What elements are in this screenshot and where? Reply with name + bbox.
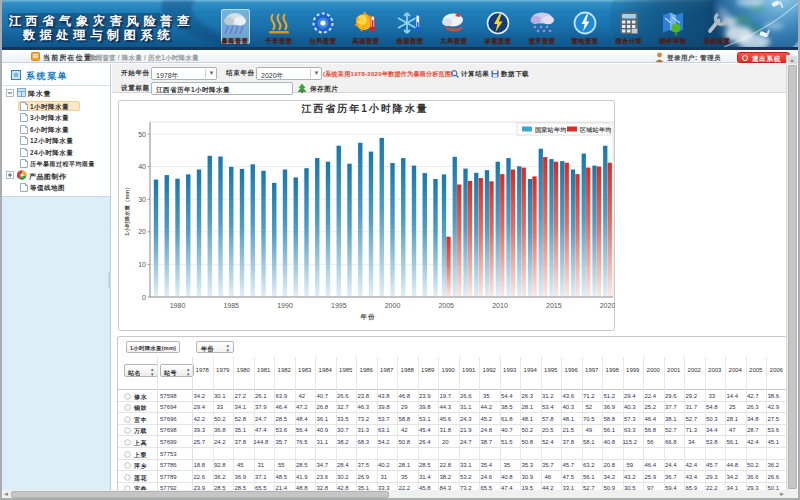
svg-text:江西省历年1小时降水量: 江西省历年1小时降水量	[300, 103, 429, 114]
svg-text:20: 20	[138, 228, 146, 235]
svg-text:10: 10	[138, 261, 146, 268]
svg-text:国家站年均: 国家站年均	[535, 126, 567, 134]
svg-text:2000: 2000	[385, 302, 401, 309]
svg-text:1995: 1995	[331, 302, 347, 309]
svg-text:2020: 2020	[600, 302, 615, 309]
svg-text:2015: 2015	[546, 302, 562, 309]
svg-text:2010: 2010	[492, 302, 508, 309]
svg-text:40: 40	[138, 163, 146, 170]
svg-text:30: 30	[138, 196, 146, 203]
svg-text:1980: 1980	[170, 302, 186, 309]
svg-text:区域站年均: 区域站年均	[580, 126, 612, 134]
svg-text:50: 50	[138, 131, 146, 138]
svg-text:1小时降水量（mm）: 1小时降水量（mm）	[124, 184, 131, 235]
svg-text:2005: 2005	[438, 302, 454, 309]
svg-text:1990: 1990	[277, 302, 293, 309]
svg-text:0: 0	[142, 294, 146, 301]
svg-text:年份: 年份	[360, 313, 376, 321]
svg-text:1985: 1985	[223, 302, 239, 309]
